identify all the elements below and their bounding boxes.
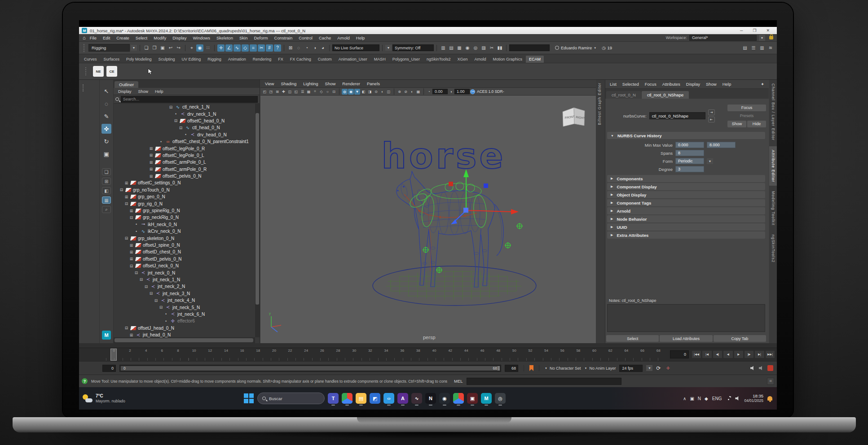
layout-four-pane[interactable]: ⊞ xyxy=(102,178,111,185)
copy-tab-button[interactable]: Copy Tab xyxy=(714,335,766,342)
menu-item[interactable]: Modify xyxy=(150,35,169,40)
menu-item[interactable]: Skeleton xyxy=(213,35,236,40)
outliner-node[interactable]: ⊟ jnt_neck_5_N xyxy=(114,304,255,310)
minimize-button[interactable]: ─ xyxy=(740,28,743,33)
shelf-tab[interactable]: FX xyxy=(275,56,286,63)
shelf-tab[interactable]: ngSkinTools2 xyxy=(423,56,454,63)
expander-icon[interactable]: • xyxy=(134,222,139,227)
snap-icon[interactable]: ✛ xyxy=(217,44,225,52)
shelf-tab[interactable]: Animation_User xyxy=(335,56,370,63)
snap-icon[interactable]: ∠ xyxy=(225,44,233,52)
outliner-search-input[interactable]: Search... xyxy=(121,96,258,103)
playback-button[interactable]: ◀| xyxy=(713,350,723,358)
taskbar-app-maya[interactable]: M xyxy=(481,393,492,404)
attribute-editor-menu-item[interactable]: Attributes xyxy=(662,82,680,87)
swap-node-icon[interactable]: ⇥ xyxy=(708,109,715,115)
snap-icon[interactable]: ✂ xyxy=(258,44,265,52)
expander-icon[interactable]: ⊞ xyxy=(129,257,134,261)
menu-item[interactable]: Constrain xyxy=(271,35,296,40)
outliner-menu-item[interactable]: Display xyxy=(118,89,132,94)
expander-icon[interactable]: ⊞ xyxy=(129,333,134,337)
outliner-tab[interactable]: Outliner xyxy=(115,81,138,88)
weather-widget[interactable]: 7°C Mayorm. nublado xyxy=(83,393,125,403)
paint-select-tool[interactable]: ✎ xyxy=(101,111,111,121)
menu-set-dropdown-icon[interactable]: ▼ xyxy=(131,45,137,51)
tray-expand-icon[interactable]: ∧ xyxy=(683,396,686,401)
outliner-node[interactable]: ⊟ grp_skeleton_0_N xyxy=(114,235,255,241)
record-icon[interactable] xyxy=(767,365,773,371)
shelf-tab[interactable]: UV Editing xyxy=(179,56,204,63)
menu-item[interactable]: Display xyxy=(169,35,189,40)
expander-icon[interactable]: • xyxy=(163,312,168,316)
tab-ctl-root-shape[interactable]: ctl_root_0_NShape xyxy=(642,91,689,99)
expander-icon[interactable]: ⊟ xyxy=(124,201,129,206)
pin-icon[interactable]: ✦ xyxy=(761,82,764,87)
selection-mode-icon[interactable]: ∷ xyxy=(204,44,211,52)
taskbar-app-audio[interactable]: ∿ xyxy=(411,393,422,404)
workspace-dropdown-icon[interactable]: ▼ xyxy=(759,35,765,41)
attribute-editor-menu-item[interactable]: Selected xyxy=(622,82,639,87)
expander-icon[interactable]: ⊞ xyxy=(129,243,134,248)
tray-notion-icon[interactable]: N xyxy=(698,396,701,401)
menu-item[interactable]: Edit xyxy=(100,35,113,40)
outliner-node[interactable]: ⊟ jnt_neck_3_N xyxy=(114,290,255,297)
expander-icon[interactable]: ⊞ xyxy=(124,181,129,185)
expander-icon[interactable]: ⊟ xyxy=(124,326,129,330)
character-set-select[interactable]: ▼No Character Set xyxy=(545,366,581,371)
shelf-tab[interactable]: MASH xyxy=(371,56,389,63)
taskbar-app-red[interactable]: ▣ xyxy=(467,393,478,404)
taskbar-app-photos[interactable]: ◩ xyxy=(370,393,380,404)
outliner-node[interactable]: ⊟ offsetJ_neck_0_N xyxy=(114,262,255,269)
menu-item[interactable]: Help xyxy=(353,35,368,40)
menu-item[interactable]: Control xyxy=(295,35,316,40)
outliner-menu-item[interactable]: Help xyxy=(155,89,163,94)
attribute-section[interactable]: ▶Object Display xyxy=(607,191,765,198)
layout-outliner-persp[interactable]: ▦ xyxy=(102,196,111,204)
shelf-tab[interactable]: Curves xyxy=(81,56,100,63)
display-icon[interactable]: ⊘ xyxy=(403,89,409,95)
degree-field[interactable]: 3 xyxy=(675,166,704,172)
expander-icon[interactable]: ⊟ xyxy=(168,105,173,109)
outliner-node[interactable]: ⊟ offsetC_head_0_N xyxy=(114,118,255,124)
quick-select-field[interactable] xyxy=(509,44,550,51)
history-icon[interactable]: ◌ xyxy=(295,44,302,52)
range-start-field[interactable]: 0 xyxy=(102,365,116,372)
outliner-node[interactable]: ⊞ offsetD_pelvis_0_N xyxy=(114,256,255,262)
attribute-editor-menu-item[interactable]: Show xyxy=(706,82,717,87)
shelf-tab[interactable]: ECAM xyxy=(526,56,544,63)
outliner-node[interactable]: • jnt_neck_6_N xyxy=(114,311,255,318)
range-end-field[interactable]: 68 xyxy=(505,365,518,372)
user-account[interactable]: Eduardo Ramire ▼ xyxy=(555,45,596,50)
shelf-button-ne[interactable]: NE xyxy=(93,66,104,77)
history-icon[interactable]: ◕ xyxy=(319,44,326,52)
outliner-vertical-scrollbar[interactable] xyxy=(255,104,260,337)
maximize-button[interactable]: ❐ xyxy=(753,28,756,33)
snap-icon[interactable]: ◇ xyxy=(242,44,249,52)
shelf-tab[interactable]: Poly Modeling xyxy=(123,56,155,63)
colorspace-label[interactable]: ACES 1.0 SDR- xyxy=(476,89,505,94)
mel-command-input[interactable] xyxy=(467,378,621,385)
outliner-node[interactable]: ⊟ grp_noTouch_0_N xyxy=(114,187,255,193)
script-editor-icon[interactable]: ⌗ xyxy=(767,378,774,385)
wifi-icon[interactable] xyxy=(726,396,731,401)
viewport-icon[interactable]: ◇ xyxy=(318,89,324,95)
expander-icon[interactable]: ⊞ xyxy=(149,153,154,157)
expander-icon[interactable]: ⊟ xyxy=(129,215,134,220)
shading-icon[interactable]: ◉ xyxy=(348,89,354,95)
render-icon[interactable]: ◎ xyxy=(472,44,479,52)
outliner-node[interactable]: • effector6 xyxy=(114,318,255,324)
outliner-node[interactable]: • drv_neck_1_N xyxy=(114,110,255,117)
render-icon[interactable]: ◉ xyxy=(464,44,471,52)
snap-icon[interactable]: ∿ xyxy=(234,44,241,52)
expander-icon[interactable]: ⊟ xyxy=(124,236,129,240)
list-node-icon[interactable]: ⇤ xyxy=(708,117,715,122)
expander-icon[interactable]: ⊟ xyxy=(129,264,134,268)
sidebar-toggle-icon[interactable]: ▤ xyxy=(741,44,749,52)
panel-tab[interactable]: Attribute Editor xyxy=(769,146,777,186)
shelf-button-ce[interactable]: CE xyxy=(106,66,117,77)
shading-icon[interactable]: ▼ xyxy=(354,89,360,95)
presets-button[interactable]: Presets xyxy=(727,113,766,119)
playback-button[interactable]: ◀ xyxy=(723,350,733,358)
viewport-icon[interactable]: ⌗ xyxy=(312,89,318,95)
range-slider[interactable]: 0 68 xyxy=(119,365,501,372)
